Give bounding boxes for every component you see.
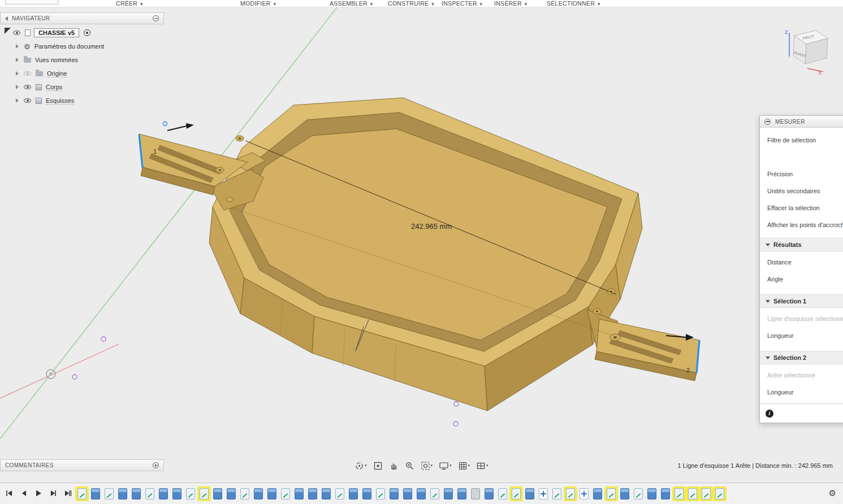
timeline-item-move[interactable] xyxy=(539,488,548,499)
timeline-item-extrude[interactable] xyxy=(457,488,466,499)
viewports-button[interactable]: ▾ xyxy=(475,460,490,472)
expand-icon[interactable] xyxy=(16,85,19,89)
go-to-start-button[interactable] xyxy=(3,487,15,499)
step-back-button[interactable] xyxy=(18,487,29,499)
timeline-item-extrude[interactable] xyxy=(444,488,453,499)
timeline-item-sketch[interactable] xyxy=(566,488,575,499)
measure-row-precision[interactable]: Précision xyxy=(760,168,843,180)
direction-arrow-1[interactable] xyxy=(167,123,194,131)
timeline-item-extrude[interactable] xyxy=(254,488,263,499)
measure-section-results[interactable]: Résultats xyxy=(760,238,843,251)
timeline-item-sketch[interactable] xyxy=(281,488,290,499)
timeline-item-sketch[interactable] xyxy=(688,488,697,499)
zoom-button[interactable] xyxy=(404,460,416,472)
menu-insert[interactable]: INSÉRER▼ xyxy=(494,0,528,7)
timeline-item-extrude[interactable] xyxy=(295,488,304,499)
timeline-item-extrude[interactable] xyxy=(213,488,222,499)
measure-row-secondary-units[interactable]: Unités secondaires xyxy=(760,185,843,197)
expand-icon[interactable] xyxy=(16,44,19,49)
tree-item-sketches[interactable]: Esquisses xyxy=(0,94,170,107)
timeline-item-extrude[interactable] xyxy=(647,488,656,499)
root-document-label[interactable]: CHASSIE v5 xyxy=(34,28,79,37)
tree-item-named-views[interactable]: Vues nommées xyxy=(0,53,170,67)
timeline-item-sketch[interactable] xyxy=(240,488,249,499)
measure-row-distance[interactable]: Distance xyxy=(760,256,843,268)
timeline-item-extrude[interactable] xyxy=(308,488,317,499)
selection-point-1[interactable] xyxy=(163,122,167,126)
menu-modify[interactable]: MODIFIER▼ xyxy=(240,0,277,7)
eye-icon[interactable] xyxy=(24,98,31,103)
measure-panel-header[interactable]: MESURER xyxy=(760,116,843,128)
timeline-strip[interactable] xyxy=(75,486,815,501)
timeline-item-extrude[interactable] xyxy=(417,488,426,499)
timeline-item-extrude[interactable] xyxy=(362,488,371,499)
timeline-item-gray[interactable] xyxy=(471,488,480,499)
origin-marker[interactable] xyxy=(46,370,55,379)
measure-section-selection1[interactable]: Sélection 1 xyxy=(760,294,843,308)
measure-row-length2[interactable]: Longueur xyxy=(760,386,843,398)
timeline-item-move[interactable] xyxy=(580,488,589,499)
measure-row-length1[interactable]: Longueur xyxy=(760,329,843,342)
timeline-item-extrude[interactable] xyxy=(620,488,629,499)
timeline-item-sketch[interactable] xyxy=(498,488,507,499)
timeline-item-extrude[interactable] xyxy=(91,488,100,499)
go-to-end-button[interactable] xyxy=(62,487,74,499)
timeline-item-extrude[interactable] xyxy=(118,488,127,499)
measure-row-selection-filter[interactable]: Filtre de sélection xyxy=(760,134,843,146)
timeline-item-sketch[interactable] xyxy=(105,488,114,499)
timeline-item-extrude[interactable] xyxy=(132,488,141,499)
timeline-item-sketch[interactable] xyxy=(702,488,711,499)
timeline-item-extrude[interactable] xyxy=(525,488,534,499)
measure-row-clear-selection[interactable]: Effacer la sélection xyxy=(760,202,843,214)
eye-off-icon[interactable] xyxy=(24,71,31,76)
timeline-item-sketch[interactable] xyxy=(634,488,643,499)
measure-row-angle[interactable]: Angle xyxy=(760,273,843,285)
timeline-item-sketch[interactable] xyxy=(200,488,209,499)
add-comment-icon[interactable] xyxy=(153,462,159,468)
timeline-item-extrude[interactable] xyxy=(159,488,168,499)
chassis-body[interactable] xyxy=(139,98,699,411)
minimize-icon[interactable] xyxy=(153,15,159,21)
expand-icon[interactable] xyxy=(16,71,19,76)
fit-button[interactable]: ▾ xyxy=(420,460,434,472)
timeline-item-extrude[interactable] xyxy=(172,488,181,499)
info-icon[interactable]: i xyxy=(766,410,773,418)
eye-icon[interactable] xyxy=(13,31,20,35)
timeline-item-extrude[interactable] xyxy=(593,488,602,499)
menu-assemble[interactable]: ASSEMBLER▼ xyxy=(330,0,374,7)
collapse-left-icon[interactable] xyxy=(5,16,8,21)
timeline-item-sketch[interactable] xyxy=(186,488,195,499)
pan-button[interactable] xyxy=(388,460,400,472)
timeline-item-sketch[interactable] xyxy=(675,488,684,499)
timeline-item-sketch[interactable] xyxy=(552,488,561,499)
timeline-item-extrude[interactable] xyxy=(349,488,358,499)
menu-select[interactable]: SÉLECTIONNER▼ xyxy=(547,0,602,7)
target-icon[interactable] xyxy=(84,29,90,36)
look-at-button[interactable] xyxy=(372,460,384,472)
display-settings-button[interactable]: ▾ xyxy=(438,460,453,472)
timeline-item-extrude[interactable] xyxy=(403,488,412,499)
tree-root-row[interactable]: CHASSIE v5 xyxy=(0,26,170,40)
expand-icon[interactable] xyxy=(16,58,19,62)
timeline-item-sketch[interactable] xyxy=(430,488,439,499)
timeline-item-sketch[interactable] xyxy=(715,488,724,499)
measure-section-selection2[interactable]: Sélection 2 xyxy=(760,351,843,364)
timeline-item-sketch[interactable] xyxy=(607,488,616,499)
timeline-item-sketch[interactable] xyxy=(77,488,87,499)
tree-item-bodies[interactable]: Corps xyxy=(0,80,170,94)
eye-icon[interactable] xyxy=(24,85,31,89)
comments-bar[interactable]: COMMENTAIRES xyxy=(0,459,164,471)
timeline-item-extrude[interactable] xyxy=(485,488,494,499)
orbit-button[interactable]: ▾ xyxy=(353,460,368,472)
timeline-item-sketch[interactable] xyxy=(335,488,344,499)
navigator-header[interactable]: NAVIGATEUR xyxy=(0,12,164,24)
expand-icon[interactable] xyxy=(16,98,19,103)
minimize-icon[interactable] xyxy=(764,119,771,125)
measure-row-show-snap-points[interactable]: Afficher les points d'accroch xyxy=(760,219,843,231)
timeline-item-sketch[interactable] xyxy=(145,488,154,499)
menu-create[interactable]: CRÉER▼ xyxy=(116,0,144,7)
view-cube[interactable]: Z X HAUT AVANT xyxy=(785,29,828,76)
timeline-item-sketch[interactable] xyxy=(376,488,385,499)
step-forward-button[interactable] xyxy=(47,487,59,499)
timeline-item-extrude[interactable] xyxy=(322,488,331,499)
